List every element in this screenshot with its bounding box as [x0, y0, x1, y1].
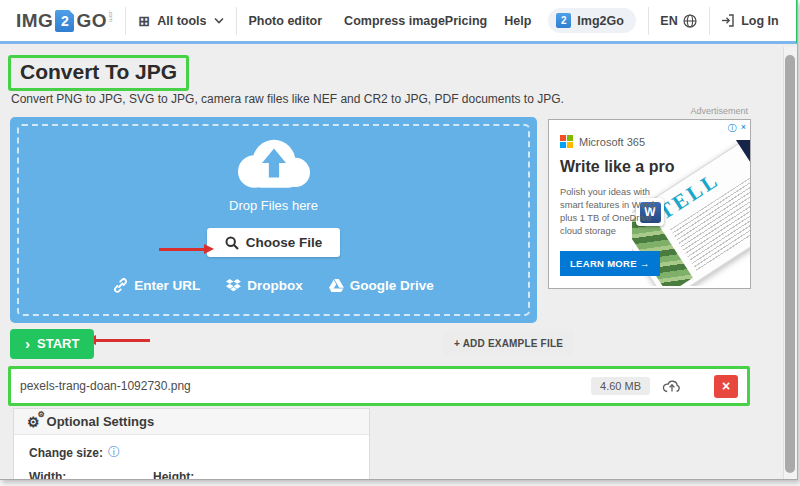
nav-divider	[125, 7, 126, 35]
page-title: Convert To JPG	[20, 60, 177, 83]
logo-text-img: IMG	[16, 10, 53, 32]
info-icon[interactable]: ⓘ	[108, 444, 120, 461]
login-arrow-icon	[721, 14, 735, 27]
enter-url-label: Enter URL	[134, 278, 200, 293]
logo-text-go: GO	[76, 10, 107, 32]
nav-pricing[interactable]: Pricing	[445, 14, 487, 28]
start-label: START	[37, 336, 79, 351]
link-icon	[113, 278, 128, 293]
page-subtitle: Convert PNG to JPG, SVG to JPG, camera r…	[11, 92, 564, 106]
login-label: Log In	[741, 14, 779, 28]
language-code: EN	[660, 14, 677, 28]
advertisement-banner[interactable]: ⓘ × TELL W Microsoft 365 Write like a pr…	[548, 119, 751, 289]
scrollbar-thumb[interactable]	[785, 55, 795, 473]
dropbox-label: Dropbox	[247, 278, 303, 293]
google-drive-label: Google Drive	[350, 278, 434, 293]
badge-2-icon: 2	[556, 13, 571, 28]
free-trial-button[interactable]: Free Trial	[796, 0, 798, 45]
uploaded-filename: pexels-trang-doan-1092730.png	[20, 379, 591, 393]
optional-settings-header: ⚙ ⚙ Optional Settings	[14, 409, 369, 435]
log-in-link[interactable]: Log In	[721, 14, 779, 28]
ad-info-icon[interactable]: ⓘ	[728, 122, 737, 135]
file-dropzone[interactable]: Drop Files here Choose File Enter URL	[10, 117, 537, 323]
img2go-app-badge[interactable]: 2 Img2Go	[548, 8, 636, 33]
ad-headline: Write like a pro	[560, 158, 674, 176]
nav-help[interactable]: Help	[504, 14, 531, 28]
language-selector[interactable]: EN	[660, 14, 696, 28]
choose-file-label: Choose File	[246, 235, 323, 250]
advertisement-label: Advertisement	[548, 106, 748, 116]
cloud-import-icon[interactable]	[662, 378, 682, 394]
add-example-file-button[interactable]: + ADD EXAMPLE FILE	[443, 331, 574, 356]
start-button[interactable]: › START	[10, 329, 94, 359]
nav-compress-image[interactable]: Compress image	[344, 14, 445, 28]
drop-files-label: Drop Files here	[229, 198, 318, 213]
optional-settings-title: Optional Settings	[47, 414, 155, 429]
globe-icon	[683, 14, 697, 28]
img2go-logo[interactable]: IMG 2 GO .com	[16, 10, 113, 32]
logo-2-page-icon: 2	[55, 10, 74, 32]
top-navbar: IMG 2 GO .com ⊞ All tools Photo editor C…	[0, 0, 797, 44]
red-arrow-annotation-choose-file	[159, 248, 205, 251]
logo-com-suffix: .com	[108, 10, 114, 22]
ad-learn-more-button[interactable]: LEARN MORE →	[560, 251, 660, 276]
ad-body-text: Polish your ideas with smart features in…	[560, 186, 674, 238]
ad-close-icon[interactable]: ×	[741, 122, 746, 135]
grid-icon: ⊞	[138, 14, 150, 28]
chevron-down-icon	[214, 17, 224, 24]
cloud-upload-icon	[230, 133, 318, 193]
google-drive-link[interactable]: Google Drive	[329, 278, 434, 293]
dropbox-icon	[226, 279, 241, 293]
microsoft-logo-icon	[560, 135, 573, 148]
nav-divider	[236, 7, 237, 35]
dropbox-link[interactable]: Dropbox	[226, 278, 303, 293]
file-size-badge: 4.60 MB	[591, 377, 650, 395]
badge-label: Img2Go	[577, 14, 624, 28]
ad-brand: Microsoft 365	[579, 136, 645, 148]
search-icon	[225, 236, 239, 250]
browser-viewport: IMG 2 GO .com ⊞ All tools Photo editor C…	[0, 0, 798, 480]
red-arrow-annotation-start	[95, 339, 150, 342]
remove-file-button[interactable]: ×	[714, 375, 738, 398]
start-chevron-icon: ›	[25, 339, 30, 349]
gears-icon: ⚙ ⚙	[27, 415, 40, 429]
change-size-label: Change size:	[29, 446, 103, 460]
uploaded-file-row: pexels-trang-doan-1092730.png 4.60 MB ×	[8, 366, 750, 406]
choose-file-button[interactable]: Choose File	[207, 228, 341, 257]
vertical-scrollbar[interactable]	[783, 47, 797, 479]
nav-photo-editor[interactable]: Photo editor	[249, 14, 323, 28]
page-title-annotation-box: Convert To JPG	[8, 55, 189, 91]
all-tools-label: All tools	[157, 14, 206, 28]
enter-url-link[interactable]: Enter URL	[113, 278, 200, 293]
optional-settings-panel: ⚙ ⚙ Optional Settings Change size: ⓘ Wid…	[13, 408, 370, 479]
height-label: Height:	[153, 470, 194, 480]
google-drive-icon	[329, 279, 344, 292]
all-tools-menu[interactable]: ⊞ All tools	[138, 14, 223, 28]
width-label: Width:	[29, 470, 153, 480]
